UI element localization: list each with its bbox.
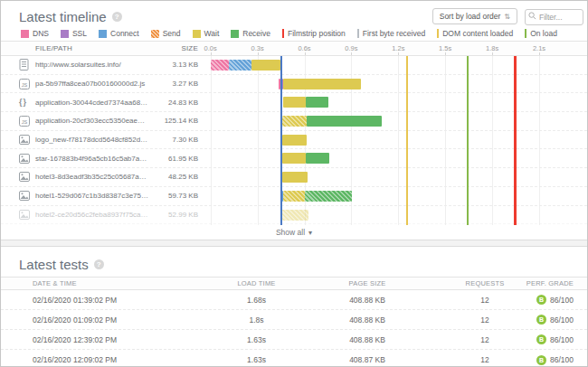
file-path: hotel3-8d3eadf3b35c25c05687a7094d1ccd0c8… bbox=[35, 173, 153, 181]
axis-tick-mark bbox=[492, 52, 493, 55]
image-file-icon bbox=[19, 172, 35, 182]
waterfall-track bbox=[198, 75, 587, 93]
table-row[interactable]: 02/16/2020 01:09:02 PM1.8s408.88 KB12B86… bbox=[1, 310, 587, 330]
timeline-bar-wait[interactable] bbox=[281, 210, 308, 221]
legend-item-receive: Receive bbox=[231, 29, 270, 38]
file-size: 7.30 KB bbox=[153, 136, 198, 144]
legend-item-wait: Wait bbox=[193, 29, 220, 38]
axis-tick-mark bbox=[539, 52, 540, 55]
timeline-bar-receive[interactable] bbox=[305, 191, 352, 202]
file-path: logo_new-f78178dcd5648cf852de92bd9ab7c88… bbox=[35, 136, 153, 144]
axis-tick-mark bbox=[305, 52, 306, 55]
sort-order-button[interactable]: Sort by load order ⇅ bbox=[432, 8, 517, 24]
file-size: 59.73 KB bbox=[153, 192, 198, 200]
table-row[interactable]: hotel2-ce20d56c2feba8937f75ca5858b3410c7… bbox=[1, 206, 587, 225]
table-row[interactable]: {}application-30044cded7374aa68af9334504… bbox=[1, 93, 587, 112]
js-file-icon: JS bbox=[19, 79, 35, 89]
timeline-bar-receive[interactable] bbox=[306, 97, 328, 108]
test-requests: 12 bbox=[444, 315, 526, 325]
file-size: 61.95 KB bbox=[153, 155, 198, 163]
axis-tick-label: 0.9s bbox=[345, 44, 357, 52]
test-requests: 12 bbox=[444, 296, 526, 305]
legend-item-send: Send bbox=[151, 29, 181, 38]
timeline-bar-receive[interactable] bbox=[306, 153, 329, 164]
legend-item-marker: First byte received bbox=[357, 29, 425, 38]
axis-tick-mark bbox=[258, 52, 259, 55]
table-row[interactable]: JSpa-5b97ffa8cea07b00160000d2.js3.27 KB bbox=[1, 75, 587, 94]
timeline-bar-wait[interactable] bbox=[282, 153, 306, 164]
table-row[interactable]: JSapplication-20cf303ecc5350eae60aa168d2… bbox=[1, 112, 587, 131]
test-page-size: 408.88 KB bbox=[290, 315, 444, 325]
timeline-bar-wait[interactable] bbox=[282, 172, 308, 183]
legend-line-icon bbox=[437, 29, 439, 38]
timeline-bar-wait[interactable] bbox=[282, 116, 307, 127]
file-path: hotel2-ce20d56c2feba8937f75ca5858b3410c7… bbox=[35, 211, 153, 219]
svg-text:JS: JS bbox=[22, 81, 28, 87]
tests-column-header: PAGE SIZE bbox=[290, 279, 444, 287]
table-row[interactable]: 02/16/2020 12:39:02 PM1.63s408.88 KB12B8… bbox=[1, 330, 587, 350]
search-icon bbox=[528, 12, 536, 20]
timeline-bar-wait[interactable] bbox=[251, 60, 280, 71]
timeline-bar-dns[interactable] bbox=[211, 60, 229, 71]
legend-line-icon bbox=[282, 29, 284, 38]
legend-label: On load bbox=[530, 29, 557, 38]
perf-grade-badge: B bbox=[536, 295, 546, 305]
legend-line-icon bbox=[525, 29, 526, 38]
file-path: pa-5b97ffa8cea07b00160000d2.js bbox=[35, 80, 153, 88]
css-braces-icon: {} bbox=[19, 98, 35, 107]
timeline-legend: DNSSSLConnectSendWaitReceiveFilmstrip po… bbox=[1, 26, 587, 41]
test-page-size: 408.88 KB bbox=[290, 335, 444, 344]
table-row[interactable]: star-167883b4f96a5cb16c5ab7aa322ab69af0f… bbox=[1, 149, 587, 168]
perf-grade-badge: B bbox=[536, 315, 546, 325]
image-file-icon bbox=[19, 154, 35, 164]
file-path-header: FILE/PATH bbox=[35, 44, 153, 52]
file-size: 3.13 KB bbox=[153, 61, 198, 69]
table-row[interactable]: 02/16/2020 01:39:02 PM1.68s408.88 KB12B8… bbox=[1, 290, 587, 310]
perf-grade-badge: B bbox=[536, 334, 546, 344]
file-path: application-20cf303ecc5350eae60aa168d23a… bbox=[35, 117, 153, 125]
tests-rows: 02/16/2020 01:39:02 PM1.68s408.88 KB12B8… bbox=[1, 290, 587, 367]
tests-column-header: LOAD TIME bbox=[223, 279, 290, 287]
waterfall-track bbox=[198, 112, 587, 130]
tests-column-header: PERF. GRADE bbox=[526, 279, 587, 287]
help-icon[interactable]: ? bbox=[112, 12, 122, 22]
timeline-bar-wait[interactable] bbox=[283, 79, 361, 89]
timeline-bar-wait[interactable] bbox=[282, 135, 307, 146]
legend-swatch-icon bbox=[193, 30, 201, 38]
test-perf-grade: B86/100 bbox=[526, 315, 587, 325]
timeline-bar-connect[interactable] bbox=[229, 60, 251, 71]
table-row[interactable]: 02/16/2020 12:09:02 PM1.63s408.87 KB12B8… bbox=[1, 350, 587, 367]
legend-swatch-icon bbox=[99, 30, 107, 38]
tests-title: Latest tests bbox=[19, 257, 89, 272]
timeline-bar-wait[interactable] bbox=[283, 191, 305, 202]
axis-tick-label: 0.3s bbox=[251, 44, 264, 52]
test-page-size: 408.87 KB bbox=[290, 355, 444, 364]
table-row[interactable]: logo_new-f78178dcd5648cf852de92bd9ab7c88… bbox=[1, 131, 587, 150]
axis-tick-mark bbox=[211, 52, 212, 55]
axis-tick-label: 1.8s bbox=[486, 44, 498, 52]
test-perf-grade: B86/100 bbox=[526, 355, 587, 365]
legend-label: DNS bbox=[33, 29, 49, 38]
table-row[interactable]: http://www.solarsuites.info/3.13 KB bbox=[1, 56, 587, 75]
table-row[interactable]: hotel3-8d3eadf3b35c25c05687a7094d1ccd0c8… bbox=[1, 168, 587, 187]
legend-label: Connect bbox=[110, 29, 139, 38]
perf-grade-badge: B bbox=[536, 355, 546, 365]
timeline-axis: 0.0s0.3s0.6s0.9s1.2s1.5s1.8s2.1s bbox=[198, 42, 587, 55]
legend-item-ssl: SSL bbox=[61, 29, 87, 38]
timeline-bar-wait[interactable] bbox=[283, 97, 306, 108]
legend-label: Filmstrip position bbox=[288, 29, 346, 38]
file-size: 48.25 KB bbox=[153, 173, 198, 181]
filter-box bbox=[525, 7, 583, 25]
timeline-rows: http://www.solarsuites.info/3.13 KBJSpa-… bbox=[1, 56, 587, 225]
perf-grade-score: 86/100 bbox=[550, 315, 574, 325]
legend-label: SSL bbox=[72, 29, 87, 38]
timeline-table-header: FILE/PATH SIZE 0.0s0.3s0.6s0.9s1.2s1.5s1… bbox=[1, 41, 587, 56]
timeline-topbar: Latest timeline ? Sort by load order ⇅ bbox=[1, 1, 587, 26]
show-all-button[interactable]: Show all ▾ bbox=[1, 225, 587, 240]
table-row[interactable]: hotel1-529d067c1b3d8387c3e75126e8f9a73e3… bbox=[1, 187, 587, 206]
sort-button-label: Sort by load order bbox=[440, 12, 501, 21]
timeline-bar-receive[interactable] bbox=[307, 116, 382, 127]
help-icon[interactable]: ? bbox=[94, 259, 104, 269]
test-load-time: 1.63s bbox=[223, 335, 290, 344]
axis-tick-label: 1.2s bbox=[392, 44, 404, 52]
